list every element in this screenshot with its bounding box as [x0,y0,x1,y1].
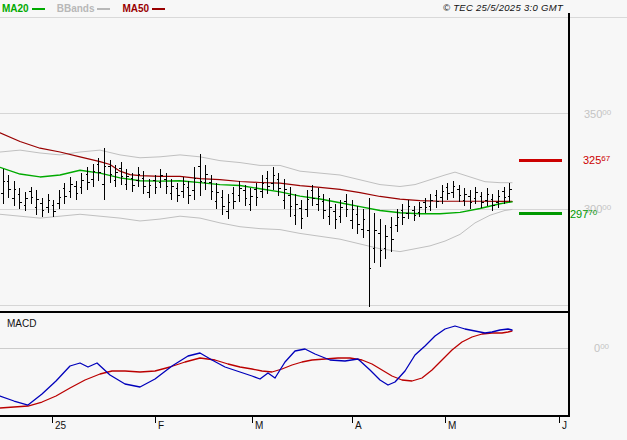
price-and-macd-chart-canvas [0,0,627,440]
macd-panel-title: MACD [7,318,36,329]
macd-zero-label: 000 [594,343,609,355]
x-axis-label-f-1: F [158,420,164,431]
macd-zero-label-dec: 00 [600,342,609,351]
x-axis-label-m-4: M [448,420,456,431]
price-label-325-67: 32567 [583,155,610,167]
x-axis-label-m-2: M [255,420,263,431]
price-label-297-70-dec: 70 [588,208,597,217]
x-axis-label-j-5: J [562,420,567,431]
price-label-297-70-int: 297 [570,208,588,220]
price-label-300-00-dec: 00 [602,203,611,212]
price-label-325-67-int: 325 [583,154,601,166]
stock-chart-screen: MA20 BBands MA50 © TEC 25/5/2025 3:0 GMT… [0,0,627,440]
price-label-350-00-int: 350 [584,108,602,120]
price-label-325-67-dec: 67 [601,154,610,163]
price-label-350-00: 35000 [584,109,611,121]
price-label-297-70: 29770 [570,209,597,221]
price-label-350-00-dec: 00 [602,108,611,117]
x-axis-label-a-3: A [355,420,362,431]
x-axis-label-25-0: 25 [55,420,66,431]
